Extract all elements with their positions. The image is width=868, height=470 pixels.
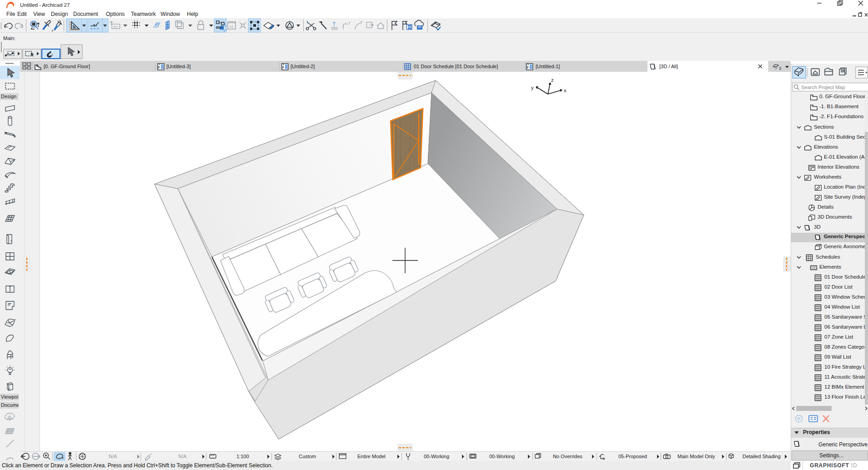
- svg-text:z: z: [551, 77, 554, 83]
- svg-text:12: 12: [229, 25, 233, 29]
- svg-text:x: x: [564, 88, 567, 93]
- svg-text:XY: XY: [113, 25, 118, 29]
- svg-text:y: y: [531, 85, 534, 90]
